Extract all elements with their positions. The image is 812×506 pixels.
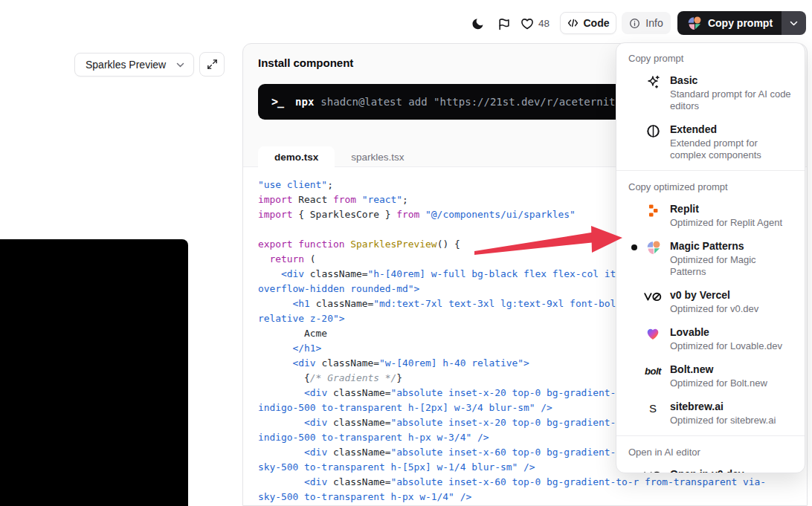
menu-item-title: sitebrew.ai: [670, 400, 776, 414]
copy-prompt-button[interactable]: Copy prompt: [677, 11, 782, 35]
component-selector[interactable]: Sparkles Preview: [74, 53, 194, 77]
menu-item-bolt[interactable]: bolt Bolt.new Optimized for Bolt.new: [616, 357, 805, 395]
menu-section-label: Open in AI editor: [616, 440, 805, 462]
menu-divider: [616, 170, 805, 171]
menu-item-title: Bolt.new: [670, 363, 767, 377]
menu-divider: [616, 435, 805, 436]
menu-item-title: Open in v0.dev: [670, 467, 785, 473]
menu-item-desc: Standard prompt for AI code editors: [670, 88, 794, 112]
chevron-down-icon: [790, 21, 798, 26]
code-xml-icon: [567, 18, 579, 28]
menu-item-title: Basic: [670, 74, 794, 88]
tab-demo-tsx[interactable]: demo.tsx: [258, 146, 335, 167]
menu-item-extended[interactable]: Extended Extended prompt for complex com…: [616, 117, 805, 166]
menu-item-replit[interactable]: Replit Optimized for Replit Agent: [616, 197, 805, 234]
magic-patterns-icon: [644, 240, 662, 255]
menu-item-desc: Optimized for sitebrew.ai: [670, 415, 776, 426]
info-button-label: Info: [645, 17, 663, 29]
chevron-down-icon: [176, 62, 184, 68]
terminal-prompt-icon: >_: [271, 95, 283, 108]
copy-prompt-split-button: Copy prompt: [677, 11, 806, 35]
brain-icon: [644, 123, 662, 138]
sparkles-icon: [644, 74, 662, 89]
flag-button[interactable]: [494, 15, 512, 33]
tab-sparkles-tsx[interactable]: sparkles.tsx: [335, 146, 420, 167]
menu-item-title: Replit: [670, 202, 782, 216]
menu-item-desc: Optimized for v0.dev: [670, 303, 758, 315]
panel-title: Install component: [258, 56, 353, 69]
like-count: 48: [538, 18, 550, 29]
component-preview-canvas: [0, 239, 188, 506]
copy-prompt-menu: Copy prompt Basic Standard prompt for AI…: [616, 42, 805, 473]
copy-prompt-label: Copy prompt: [708, 17, 773, 29]
bolt-icon: bolt: [644, 363, 662, 378]
menu-item-basic[interactable]: Basic Standard prompt for AI code editor…: [616, 68, 805, 117]
v0-icon: [644, 289, 662, 304]
lovable-heart-icon: [644, 326, 662, 341]
menu-item-open-v0[interactable]: Open in v0.dev Open component in v0.dev: [616, 462, 805, 473]
code-line: sky-500 to-transparent h-px w-1/4" />: [258, 490, 807, 505]
file-tabs: demo.tsx sparkles.tsx: [258, 146, 421, 167]
v0-icon: [644, 468, 662, 473]
menu-item-desc: Extended prompt for complex components: [670, 137, 794, 161]
selected-indicator-dot: [631, 244, 637, 250]
menu-section-label: Copy prompt: [616, 46, 805, 68]
flag-icon: [497, 18, 510, 30]
theme-toggle-button[interactable]: [469, 15, 487, 33]
code-line: <div className="absolute inset-x-60 top-…: [258, 475, 807, 490]
menu-item-magic-patterns[interactable]: Magic Patterns Optimized for Magic Patte…: [616, 234, 805, 283]
menu-item-lovable[interactable]: Lovable Optimized for Lovable.dev: [616, 320, 805, 357]
code-button[interactable]: Code: [560, 12, 616, 34]
menu-item-desc: Optimized for Lovable.dev: [670, 340, 782, 352]
menu-item-title: v0 by Vercel: [670, 288, 758, 302]
expand-icon: [207, 59, 218, 70]
code-button-label: Code: [584, 17, 610, 29]
menu-item-desc: Optimized for Magic Patterns: [670, 254, 794, 278]
copy-prompt-dropdown-toggle[interactable]: [782, 11, 806, 35]
menu-item-desc: Optimized for Bolt.new: [670, 377, 767, 389]
info-icon: [629, 18, 640, 29]
magic-patterns-logo-icon: [686, 16, 702, 31]
menu-section-label: Copy optimized prompt: [616, 175, 805, 197]
menu-item-desc: Optimized for Replit Agent: [670, 217, 782, 229]
menu-item-title: Extended: [670, 123, 794, 137]
heart-icon: [521, 17, 534, 30]
menu-item-title: Magic Patterns: [670, 239, 794, 253]
command-binary: npx: [295, 96, 314, 108]
component-selector-label: Sparkles Preview: [86, 59, 166, 71]
like-button[interactable]: [518, 15, 536, 33]
moon-icon: [471, 17, 485, 30]
menu-item-v0[interactable]: v0 by Vercel Optimized for v0.dev: [616, 283, 805, 320]
info-button[interactable]: Info: [622, 12, 671, 34]
menu-item-title: Lovable: [670, 325, 782, 340]
menu-item-sitebrew[interactable]: S sitebrew.ai Optimized for sitebrew.ai: [616, 395, 805, 432]
sitebrew-icon: S: [644, 400, 662, 415]
replit-icon: [644, 203, 662, 218]
fullscreen-button[interactable]: [199, 52, 225, 77]
